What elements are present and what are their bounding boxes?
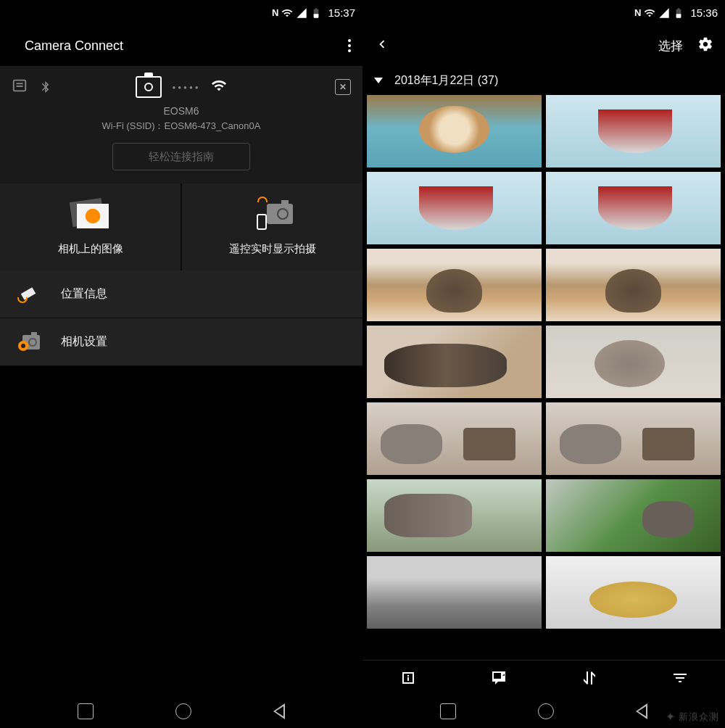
tile-remote-shooting[interactable]: 遥控实时显示拍摄 <box>182 183 362 270</box>
camera-gear-icon <box>18 334 40 351</box>
settings-icon[interactable] <box>697 36 713 56</box>
watermark: ✦新浪众测 <box>666 710 719 724</box>
photo-thumb[interactable] <box>546 479 721 552</box>
wifi-connected-icon <box>211 78 227 96</box>
list-icon[interactable] <box>12 78 28 96</box>
filter-button[interactable] <box>634 661 725 695</box>
photo-thumb[interactable] <box>367 95 542 167</box>
dropdown-icon <box>374 78 383 83</box>
ssid-line: Wi-Fi (SSID)：EOSM6-473_Canon0A <box>12 120 351 133</box>
wifi-icon <box>281 7 293 19</box>
photos-icon <box>71 200 110 231</box>
camera-name: EOSM6 <box>12 105 351 117</box>
remote-shoot-icon <box>252 201 293 230</box>
app-title: Camera Connect <box>12 38 123 54</box>
connection-dots: ●●●●● <box>172 84 200 91</box>
satellite-icon <box>19 284 39 305</box>
tile-camera-images[interactable]: 相机上的图像 <box>0 183 182 270</box>
camera-icon <box>136 76 162 98</box>
select-button[interactable]: 选择 <box>658 38 683 54</box>
nfc-icon: N <box>272 7 278 18</box>
battery-icon <box>673 7 684 19</box>
camera-settings-item[interactable]: 相机设置 <box>0 318 362 366</box>
tile-remote-shooting-label: 遥控实时显示拍摄 <box>229 242 316 256</box>
nav-home[interactable] <box>538 703 554 719</box>
photo-thumb[interactable] <box>546 326 721 398</box>
tile-camera-images-label: 相机上的图像 <box>58 242 123 256</box>
nav-back[interactable] <box>273 703 285 719</box>
photo-thumb[interactable] <box>367 249 542 321</box>
disconnect-button[interactable]: ✕ <box>335 79 351 95</box>
connection-card: ●●●●● ✕ EOSM6 Wi-Fi (SSID)：EOSM6-473_Can… <box>0 66 362 183</box>
photo-thumb[interactable] <box>367 402 542 475</box>
right-screen: N 15:36 选择 2018年1月22日 (37) <box>362 0 725 728</box>
sort-button[interactable] <box>544 661 634 695</box>
menu-icon[interactable] <box>348 39 351 52</box>
date-text: 2018年1月22日 (37) <box>394 73 498 88</box>
photo-thumb[interactable] <box>367 479 542 552</box>
nav-recent[interactable] <box>78 703 94 719</box>
photo-thumb[interactable] <box>546 249 721 321</box>
battery-icon <box>310 7 322 19</box>
signal-icon <box>296 7 307 19</box>
photo-gallery[interactable] <box>362 95 725 660</box>
nfc-icon: N <box>634 7 641 18</box>
app-header-right: 选择 <box>362 25 725 66</box>
signal-icon <box>658 7 670 19</box>
back-button[interactable] <box>374 36 390 56</box>
camera-settings-label: 相机设置 <box>61 334 107 349</box>
location-info-label: 位置信息 <box>61 286 107 302</box>
clock: 15:37 <box>328 7 355 19</box>
location-info-item[interactable]: 位置信息 <box>0 270 362 318</box>
info-button[interactable] <box>362 661 453 695</box>
app-header-left: Camera Connect <box>0 25 362 66</box>
photo-thumb[interactable] <box>546 556 721 629</box>
left-screen: N 15:37 Camera Connect ●●●●● <box>0 0 362 728</box>
nav-bar-left <box>0 695 362 728</box>
nav-home[interactable] <box>175 703 191 719</box>
photo-thumb[interactable] <box>367 172 542 244</box>
nav-recent[interactable] <box>440 703 456 719</box>
photo-thumb[interactable] <box>546 95 721 167</box>
photo-thumb[interactable] <box>367 556 542 629</box>
photo-thumb[interactable] <box>367 326 542 398</box>
status-bar-right: N 15:36 <box>362 0 725 25</box>
clock: 15:36 <box>690 7 718 19</box>
date-header[interactable]: 2018年1月22日 (37) <box>362 66 725 95</box>
action-bar <box>362 660 725 695</box>
photo-thumb[interactable] <box>546 172 721 244</box>
wifi-icon <box>644 7 655 19</box>
status-bar-left: N 15:37 <box>0 0 362 25</box>
photo-thumb[interactable] <box>546 402 721 475</box>
connection-guide-button[interactable]: 轻松连接指南 <box>112 143 250 170</box>
nav-back[interactable] <box>636 703 647 719</box>
send-button[interactable] <box>453 661 544 695</box>
feature-tiles: 相机上的图像 遥控实时显示拍摄 <box>0 183 362 270</box>
bluetooth-icon[interactable] <box>39 79 52 95</box>
